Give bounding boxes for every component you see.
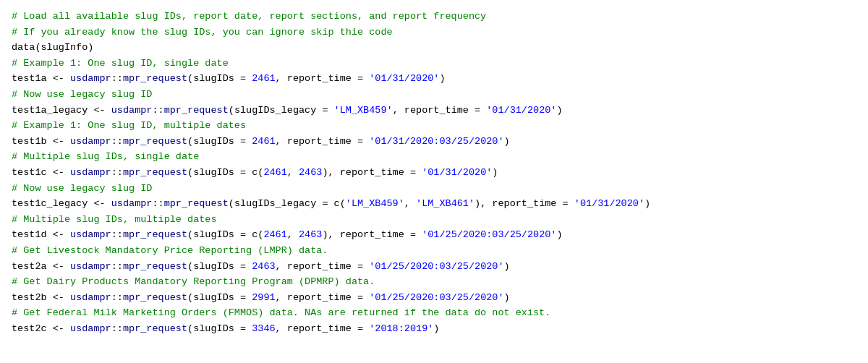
code-line-19: test2b <- usdampr::mpr_request(slugIDs =… bbox=[12, 290, 856, 306]
code-line-14: # Multiple slug IDs, multiple dates bbox=[12, 212, 856, 228]
code-line-3: data(slugInfo) bbox=[12, 40, 856, 56]
code-line-6: # Now use legacy slug ID bbox=[12, 87, 856, 103]
code-line-10: # Multiple slug IDs, single date bbox=[12, 149, 856, 165]
code-line-7: test1a_legacy <- usdampr::mpr_request(sl… bbox=[12, 103, 856, 119]
code-line-8: # Example 1: One slug ID, multiple dates bbox=[12, 118, 856, 134]
code-line-17: test2a <- usdampr::mpr_request(slugIDs =… bbox=[12, 259, 856, 275]
code-line-9: test1b <- usdampr::mpr_request(slugIDs =… bbox=[12, 134, 856, 150]
code-line-4: # Example 1: One slug ID, single date bbox=[12, 56, 856, 72]
code-line-20: # Get Federal Milk Marketing Orders (FMM… bbox=[12, 305, 856, 321]
code-line-12: # Now use legacy slug ID bbox=[12, 181, 856, 197]
code-line-2: # If you already know the slug IDs, you … bbox=[12, 25, 856, 40]
code-line-16: # Get Livestock Mandatory Price Reportin… bbox=[12, 243, 856, 259]
code-line-15: test1d <- usdampr::mpr_request(slugIDs =… bbox=[12, 227, 856, 243]
code-line-5: test1a <- usdampr::mpr_request(slugIDs =… bbox=[12, 71, 856, 87]
code-block: # Load all available slug IDs, report da… bbox=[0, 0, 868, 363]
code-line-21: test2c <- usdampr::mpr_request(slugIDs =… bbox=[12, 321, 856, 337]
code-line-18: # Get Dairy Products Mandatory Reporting… bbox=[12, 274, 856, 290]
code-line-1: # Load all available slug IDs, report da… bbox=[12, 9, 856, 25]
code-line-11: test1c <- usdampr::mpr_request(slugIDs =… bbox=[12, 165, 856, 181]
code-line-13: test1c_legacy <- usdampr::mpr_request(sl… bbox=[12, 196, 856, 212]
